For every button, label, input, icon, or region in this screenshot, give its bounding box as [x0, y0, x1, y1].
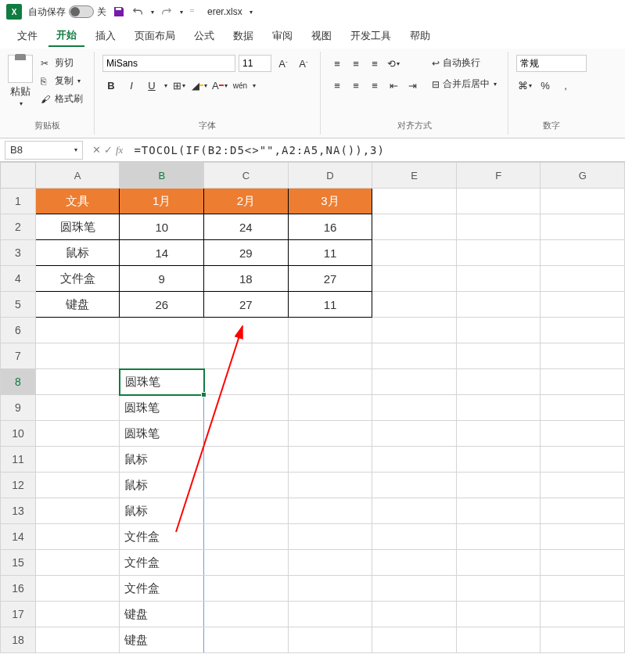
cell-D5[interactable]: 11: [288, 292, 372, 318]
cell-B8[interactable]: 圆珠笔: [120, 369, 204, 395]
cell-D15[interactable]: [288, 550, 372, 576]
accept-formula-icon[interactable]: ✓: [104, 144, 113, 156]
row-header-13[interactable]: 13: [1, 498, 36, 524]
tab-插入[interactable]: 插入: [88, 26, 124, 46]
chevron-down-icon[interactable]: ▾: [164, 82, 167, 89]
cell-D9[interactable]: [288, 395, 372, 421]
cell-E16[interactable]: [372, 576, 457, 602]
cell-F17[interactable]: [456, 602, 541, 627]
col-header-B[interactable]: B: [120, 163, 204, 189]
tab-开始[interactable]: 开始: [48, 25, 84, 47]
col-header-D[interactable]: D: [288, 163, 372, 189]
cell-D17[interactable]: [288, 602, 372, 627]
autosave-toggle[interactable]: 自动保存 关: [28, 5, 106, 19]
phonetic-button[interactable]: wén: [232, 77, 249, 94]
cell-C4[interactable]: 18: [204, 266, 289, 292]
cell-C13[interactable]: [204, 498, 289, 524]
cell-D11[interactable]: [288, 447, 372, 473]
cell-F7[interactable]: [456, 343, 541, 369]
cell-G3[interactable]: [541, 240, 625, 266]
indent-increase-icon[interactable]: ⇥: [404, 77, 421, 94]
cell-G5[interactable]: [541, 292, 625, 318]
cell-B4[interactable]: 9: [120, 266, 204, 292]
cell-B11[interactable]: 鼠标: [120, 447, 204, 473]
cell-D14[interactable]: [288, 524, 372, 550]
cell-B3[interactable]: 14: [120, 240, 204, 266]
col-header-F[interactable]: F: [456, 163, 541, 189]
cell-A9[interactable]: [35, 395, 120, 421]
merge-center-button[interactable]: ⊟合并后居中▾: [429, 76, 500, 92]
align-right-icon[interactable]: ≡: [366, 77, 383, 94]
underline-button[interactable]: U: [143, 77, 160, 94]
cell-D3[interactable]: 11: [288, 240, 372, 266]
cell-G14[interactable]: [541, 524, 625, 550]
cell-B18[interactable]: 键盘: [120, 627, 204, 653]
cell-A18[interactable]: [35, 627, 120, 653]
cell-F10[interactable]: [456, 421, 541, 447]
row-header-18[interactable]: 18: [1, 627, 36, 653]
cell-A12[interactable]: [35, 473, 120, 498]
cell-C11[interactable]: [204, 447, 289, 473]
chevron-down-icon[interactable]: ▾: [74, 146, 77, 153]
cell-C7[interactable]: [204, 343, 289, 369]
bold-button[interactable]: B: [102, 77, 120, 94]
cell-B2[interactable]: 10: [120, 214, 204, 240]
row-header-11[interactable]: 11: [1, 447, 36, 473]
cell-G10[interactable]: [541, 421, 625, 447]
cell-C16[interactable]: [204, 576, 289, 602]
tab-页面布局[interactable]: 页面布局: [127, 26, 183, 46]
cell-C1[interactable]: 2月: [204, 189, 289, 214]
cell-G15[interactable]: [541, 550, 625, 576]
row-header-6[interactable]: 6: [1, 318, 36, 343]
cell-E1[interactable]: [372, 189, 457, 214]
align-bottom-icon[interactable]: ≡: [366, 55, 383, 72]
undo-icon[interactable]: [131, 5, 144, 18]
cell-A3[interactable]: 鼠标: [35, 240, 120, 266]
cell-B9[interactable]: 圆珠笔: [120, 395, 204, 421]
cell-F6[interactable]: [456, 318, 541, 343]
save-icon[interactable]: [113, 5, 125, 18]
tab-帮助[interactable]: 帮助: [402, 26, 438, 46]
border-button[interactable]: ⊞▾: [171, 77, 188, 94]
cell-E17[interactable]: [372, 602, 457, 627]
cell-G18[interactable]: [541, 627, 625, 653]
cell-G4[interactable]: [541, 266, 625, 292]
cell-B5[interactable]: 26: [120, 292, 204, 318]
cell-C9[interactable]: [204, 395, 289, 421]
decrease-font-icon[interactable]: Aˇ: [295, 55, 312, 72]
font-color-button[interactable]: A▾: [211, 77, 228, 94]
cell-D6[interactable]: [288, 318, 372, 343]
row-header-10[interactable]: 10: [1, 421, 36, 447]
cell-A7[interactable]: [35, 343, 120, 369]
cut-button[interactable]: ✂剪切: [38, 55, 86, 71]
cell-E8[interactable]: [372, 369, 457, 395]
cell-A1[interactable]: 文具: [35, 189, 120, 214]
currency-icon[interactable]: ⌘▾: [516, 77, 533, 94]
cell-E15[interactable]: [372, 550, 457, 576]
cell-B6[interactable]: [120, 318, 204, 343]
cell-C17[interactable]: [204, 602, 289, 627]
paste-button[interactable]: 粘贴 ▾: [8, 55, 33, 117]
fill-color-button[interactable]: ◢▾: [191, 77, 208, 94]
cell-F12[interactable]: [456, 473, 541, 498]
font-name-select[interactable]: [102, 55, 235, 72]
align-middle-icon[interactable]: ≡: [347, 55, 365, 72]
cell-E2[interactable]: [372, 214, 457, 240]
copy-button[interactable]: ⎘复制▾: [38, 73, 86, 89]
tab-视图[interactable]: 视图: [304, 26, 339, 46]
cell-G7[interactable]: [541, 343, 625, 369]
cell-D8[interactable]: [288, 369, 372, 395]
cell-E3[interactable]: [372, 240, 457, 266]
redo-icon[interactable]: [160, 5, 173, 18]
cell-G11[interactable]: [541, 447, 625, 473]
align-center-icon[interactable]: ≡: [347, 77, 365, 94]
comma-icon[interactable]: ,: [557, 77, 574, 94]
italic-button[interactable]: I: [123, 77, 140, 94]
cell-D12[interactable]: [288, 473, 372, 498]
col-header-E[interactable]: E: [372, 163, 457, 189]
cell-E18[interactable]: [372, 627, 457, 653]
cell-C2[interactable]: 24: [204, 214, 289, 240]
cell-C3[interactable]: 29: [204, 240, 289, 266]
undo-dropdown-icon[interactable]: ▾: [151, 9, 154, 16]
cancel-formula-icon[interactable]: ✕: [92, 144, 101, 156]
